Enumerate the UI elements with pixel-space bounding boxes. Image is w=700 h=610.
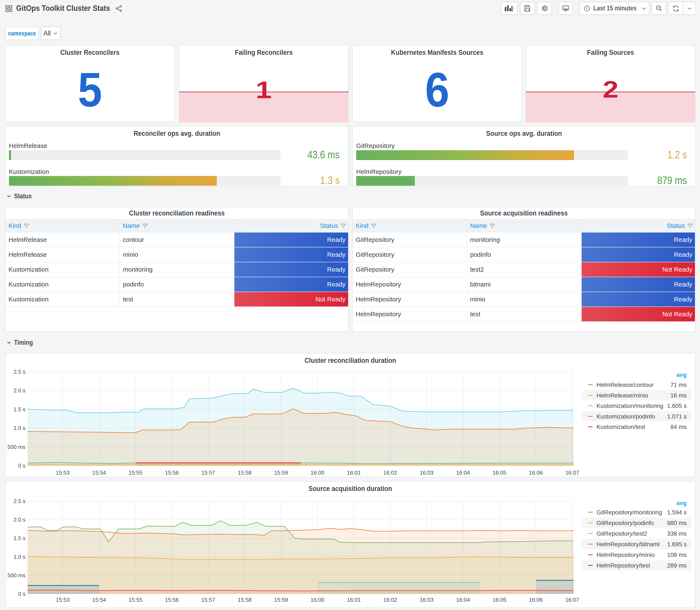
- svg-text:15:54: 15:54: [92, 597, 106, 603]
- svg-text:16:00: 16:00: [310, 597, 324, 603]
- svg-text:16:00: 16:00: [310, 469, 324, 476]
- svg-text:15:55: 15:55: [129, 469, 142, 476]
- svg-text:16:03: 16:03: [420, 597, 434, 603]
- svg-text:GitRepository/monitoring: GitRepository/monitoring: [597, 509, 662, 516]
- svg-text:HelmRepository/bitnami: HelmRepository/bitnami: [597, 541, 660, 547]
- svg-text:15:53: 15:53: [56, 469, 69, 476]
- svg-text:1.071 s: 1.071 s: [667, 413, 687, 420]
- svg-text:1.594 s: 1.594 s: [667, 509, 687, 516]
- svg-text:16:01: 16:01: [347, 597, 361, 603]
- svg-text:15:56: 15:56: [165, 469, 179, 476]
- svg-text:2.5 s: 2.5 s: [14, 369, 26, 375]
- svg-text:2.0 s: 2.0 s: [14, 387, 26, 394]
- svg-text:1.5 s: 1.5 s: [14, 535, 26, 541]
- svg-text:1.605 s: 1.605 s: [667, 403, 687, 409]
- svg-text:289 ms: 289 ms: [667, 562, 687, 569]
- svg-text:15:59: 15:59: [274, 469, 288, 476]
- svg-text:16:04: 16:04: [456, 597, 470, 603]
- svg-text:15:55: 15:55: [129, 597, 142, 603]
- svg-text:15:59: 15:59: [274, 597, 288, 603]
- svg-text:16:02: 16:02: [384, 597, 397, 603]
- svg-text:15:54: 15:54: [92, 469, 106, 476]
- svg-text:16:07: 16:07: [565, 597, 579, 603]
- svg-text:2.0 s: 2.0 s: [14, 516, 26, 523]
- svg-text:15:58: 15:58: [238, 469, 251, 476]
- svg-text:16:03: 16:03: [420, 469, 434, 476]
- svg-text:HelmRelease/contour: HelmRelease/contour: [597, 382, 654, 388]
- svg-text:Kustomization/monitoring: Kustomization/monitoring: [597, 403, 663, 409]
- svg-text:Kustomization/podinfo: Kustomization/podinfo: [597, 413, 655, 420]
- svg-text:71 ms: 71 ms: [670, 382, 687, 388]
- svg-text:16:02: 16:02: [384, 469, 397, 476]
- svg-text:16:05: 16:05: [493, 597, 506, 603]
- svg-text:108 ms: 108 ms: [667, 551, 687, 558]
- svg-text:84 ms: 84 ms: [670, 423, 687, 430]
- svg-text:HelmRelease/minio: HelmRelease/minio: [597, 392, 648, 399]
- svg-text:0 s: 0 s: [18, 591, 26, 597]
- svg-text:16:06: 16:06: [529, 469, 543, 476]
- svg-text:HelmRepository/minio: HelmRepository/minio: [597, 551, 655, 558]
- svg-text:15:56: 15:56: [165, 597, 179, 603]
- svg-text:16:01: 16:01: [347, 469, 361, 476]
- svg-text:1.695 s: 1.695 s: [667, 541, 687, 547]
- svg-text:1.0 s: 1.0 s: [14, 425, 26, 431]
- svg-text:2.5 s: 2.5 s: [14, 498, 26, 504]
- svg-text:avg: avg: [677, 500, 687, 506]
- svg-text:15:57: 15:57: [201, 597, 215, 603]
- svg-text:980 ms: 980 ms: [667, 520, 687, 526]
- svg-text:0 s: 0 s: [18, 463, 26, 469]
- svg-text:1.0 s: 1.0 s: [14, 554, 26, 560]
- svg-text:avg: avg: [677, 371, 687, 378]
- svg-text:338 ms: 338 ms: [667, 530, 687, 537]
- svg-text:16:04: 16:04: [456, 469, 470, 476]
- svg-text:HelmRepository/test: HelmRepository/test: [597, 562, 650, 569]
- svg-text:500 ms: 500 ms: [7, 572, 26, 579]
- svg-text:Kustomization/test: Kustomization/test: [597, 423, 645, 430]
- svg-text:16:07: 16:07: [565, 469, 579, 476]
- svg-text:1.5 s: 1.5 s: [14, 406, 26, 413]
- svg-text:15:53: 15:53: [56, 597, 69, 603]
- svg-text:GitRepository/podinfo: GitRepository/podinfo: [597, 520, 654, 526]
- svg-text:16:06: 16:06: [529, 597, 543, 603]
- svg-text:15:58: 15:58: [238, 597, 251, 603]
- svg-text:16:05: 16:05: [493, 469, 506, 476]
- svg-text:15:57: 15:57: [201, 469, 215, 476]
- svg-text:16 ms: 16 ms: [670, 392, 687, 399]
- svg-text:500 ms: 500 ms: [7, 444, 26, 450]
- svg-text:GitRepository/test2: GitRepository/test2: [597, 530, 647, 537]
